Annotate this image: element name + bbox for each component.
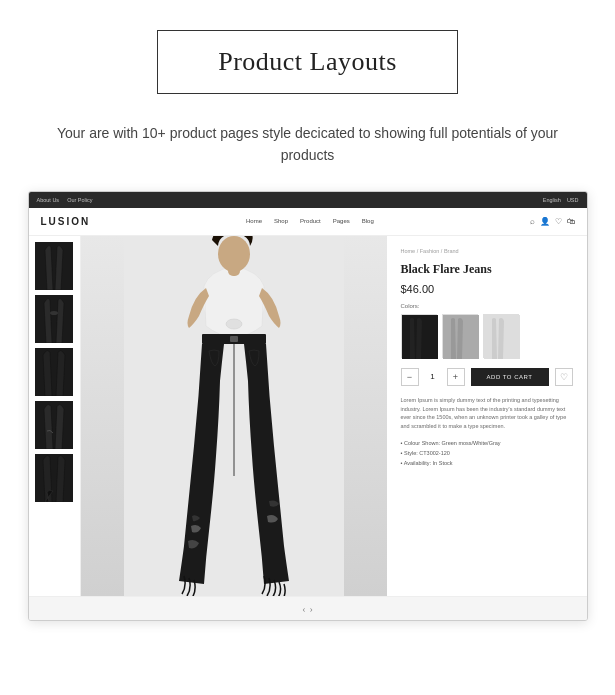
- meta-colour: Colour Shown: Green moss/White/Gray: [401, 439, 573, 449]
- user-icon[interactable]: 👤: [540, 217, 550, 226]
- product-meta: Colour Shown: Green moss/White/Gray Styl…: [401, 439, 573, 469]
- thumbnail-list: [29, 236, 81, 596]
- nav-bar: LUSION Home Shop Product Pages Blog ⌕ 👤 …: [29, 208, 587, 236]
- thumbnail-2[interactable]: [35, 295, 73, 343]
- top-bar-currency[interactable]: USD: [567, 197, 579, 203]
- svg-point-8: [226, 319, 242, 329]
- quantity-decrease-button[interactable]: −: [401, 368, 419, 386]
- top-bar-about[interactable]: About Us: [37, 197, 60, 203]
- page-wrapper: Product Layouts Your are with 10+ produc…: [0, 0, 615, 695]
- nav-product[interactable]: Product: [300, 218, 321, 224]
- svg-rect-12: [230, 336, 238, 342]
- next-arrow[interactable]: ›: [310, 603, 313, 614]
- top-bar-left: About Us Our Policy: [37, 197, 93, 203]
- meta-style: Style: CT3002-120: [401, 449, 573, 459]
- swatch-dark[interactable]: [401, 314, 437, 358]
- svg-rect-1: [35, 295, 73, 343]
- breadcrumb: Home / Fashion / Brand: [401, 248, 573, 254]
- top-bar-policy[interactable]: Our Policy: [67, 197, 92, 203]
- product-description: Lorem Ipsum is simply dummy text of the …: [401, 396, 573, 431]
- svg-rect-4: [35, 401, 73, 449]
- color-swatches: [401, 314, 573, 358]
- swatch-light[interactable]: [483, 314, 519, 358]
- thumbnail-4[interactable]: [35, 401, 73, 449]
- wishlist-button[interactable]: ♡: [555, 368, 573, 386]
- svg-rect-0: [35, 242, 73, 290]
- product-area: Home / Fashion / Brand Black Flare Jeans…: [29, 236, 587, 596]
- nav-shop[interactable]: Shop: [274, 218, 288, 224]
- subtitle: Your are with 10+ product pages style de…: [0, 122, 615, 167]
- site-logo[interactable]: LUSION: [41, 216, 91, 227]
- wishlist-icon[interactable]: ♡: [555, 217, 562, 226]
- search-icon[interactable]: ⌕: [530, 217, 535, 226]
- page-title: Product Layouts: [218, 47, 397, 76]
- nav-icons: ⌕ 👤 ♡ 🛍: [530, 217, 575, 226]
- top-bar: About Us Our Policy English USD: [29, 192, 587, 208]
- product-price: $46.00: [401, 283, 573, 295]
- swatch-gray[interactable]: [442, 314, 478, 358]
- nav-blog[interactable]: Blog: [362, 218, 374, 224]
- nav-pages[interactable]: Pages: [333, 218, 350, 224]
- title-box: Product Layouts: [157, 30, 458, 94]
- cart-icon[interactable]: 🛍: [567, 217, 575, 226]
- nav-home[interactable]: Home: [246, 218, 262, 224]
- top-bar-lang[interactable]: English: [543, 197, 561, 203]
- colors-label: Colors:: [401, 303, 573, 309]
- product-name: Black Flare Jeans: [401, 262, 573, 277]
- meta-availability: Availability: In Stock: [401, 459, 573, 469]
- product-details-panel: Home / Fashion / Brand Black Flare Jeans…: [387, 236, 587, 596]
- nav-arrows: ‹ ›: [29, 596, 587, 620]
- thumbnail-1[interactable]: [35, 242, 73, 290]
- quantity-value: 1: [425, 372, 441, 381]
- thumbnail-3[interactable]: [35, 348, 73, 396]
- svg-rect-3: [35, 348, 73, 396]
- add-to-cart-button[interactable]: ADD TO CART: [471, 368, 549, 386]
- nav-links: Home Shop Product Pages Blog: [246, 218, 374, 224]
- svg-point-10: [218, 236, 250, 272]
- prev-arrow[interactable]: ‹: [302, 603, 305, 614]
- svg-rect-5: [35, 454, 73, 502]
- svg-point-2: [50, 311, 58, 315]
- quantity-increase-button[interactable]: +: [447, 368, 465, 386]
- top-bar-right: English USD: [543, 197, 579, 203]
- browser-mockup: About Us Our Policy English USD LUSION H…: [28, 191, 588, 621]
- quantity-row: − 1 + ADD TO CART ♡: [401, 368, 573, 386]
- thumbnail-5[interactable]: [35, 454, 73, 502]
- main-product-image: [81, 236, 387, 596]
